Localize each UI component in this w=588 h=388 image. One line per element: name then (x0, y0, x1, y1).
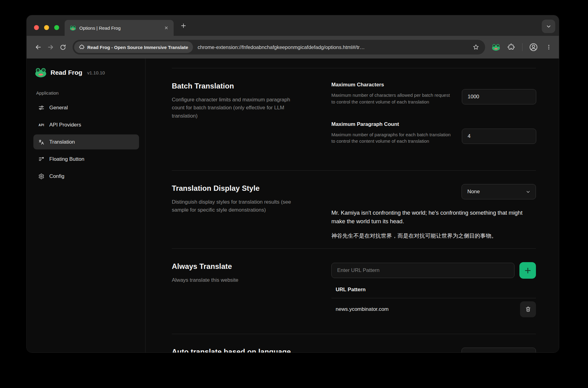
sidebar-item-api-providers[interactable]: API API Providers (33, 117, 139, 132)
profile-avatar-icon[interactable] (528, 42, 539, 52)
field-maximum-paragraph-count: Maximum Paragraph Count Maximum number o… (331, 121, 536, 145)
extension-puzzle-icon (79, 44, 85, 50)
sidebar-nav: General API API Providers Translation (33, 100, 139, 184)
display-style-select[interactable]: None (462, 184, 536, 199)
read-frog-extension-icon[interactable]: A 中 (491, 42, 501, 52)
section-translation-display-style: Translation Display Style Distinguish di… (172, 170, 536, 248)
section-title: Always Translate (172, 262, 303, 271)
section-description: Configure character limits and maximum p… (172, 96, 303, 120)
forward-button[interactable] (44, 41, 57, 53)
trash-icon (525, 306, 531, 312)
section-title: Auto translate based on language (172, 348, 303, 353)
sidebar-item-general[interactable]: General (33, 100, 139, 115)
sidebar-item-label: Floating Button (49, 156, 84, 162)
sidebar-item-label: Translation (49, 139, 75, 145)
browser-toolbar: Read Frog - Open Source Immersive Transl… (27, 36, 559, 58)
floating-button-icon (38, 156, 45, 163)
language-select-placeholder: Select language (467, 352, 505, 353)
field-label: Maximum Characters (331, 82, 454, 88)
bookmark-star-icon[interactable] (471, 43, 481, 52)
url-text[interactable]: chrome-extension://fnfedoabnchafgkeeponm… (198, 44, 471, 50)
site-info-chip[interactable]: Read Frog - Open Source Immersive Transl… (74, 41, 193, 53)
sliders-icon (38, 104, 45, 111)
api-icon: API (38, 122, 45, 128)
sample-translated-text: 神谷先生不是在对抗世界，而是在对抗可能让世界为之侧目的事物。 (331, 232, 536, 240)
address-bar[interactable]: Read Frog - Open Source Immersive Transl… (73, 40, 485, 55)
settings-main: Batch Translation Configure character li… (145, 58, 559, 353)
browser-window: A 中 Options | Read Frog (26, 15, 559, 353)
browser-menu-kebab-icon[interactable] (544, 42, 554, 52)
sidebar-item-floating-button[interactable]: Floating Button (33, 152, 139, 167)
new-tab-button[interactable] (178, 20, 189, 31)
maximum-paragraph-count-input[interactable] (462, 129, 536, 144)
svg-text:A: A (493, 45, 494, 46)
svg-text:中: 中 (497, 45, 498, 46)
delete-url-pattern-button[interactable] (520, 301, 536, 317)
section-title: Batch Translation (172, 82, 303, 90)
section-always-translate: Always Translate Always translate this w… (172, 248, 536, 334)
zoom-window-button[interactable] (54, 25, 59, 30)
add-url-pattern-button[interactable] (519, 262, 536, 279)
gear-icon (38, 173, 45, 180)
browser-tab[interactable]: A 中 Options | Read Frog (65, 20, 174, 36)
plus-icon (524, 266, 532, 275)
section-batch-translation: Batch Translation Configure character li… (172, 68, 536, 170)
frog-logo-icon: A 中 (35, 68, 47, 77)
minimize-window-button[interactable] (44, 25, 49, 30)
auto-translate-language-select[interactable]: Select language (462, 348, 536, 353)
svg-text:中: 中 (43, 69, 44, 71)
tab-close-icon[interactable] (162, 24, 171, 32)
window-controls (34, 25, 59, 30)
toolbar-right-cluster: A 中 (491, 42, 554, 52)
translate-icon (38, 139, 45, 145)
sidebar-item-label: API Providers (49, 122, 81, 128)
sidebar-item-translation[interactable]: Translation (33, 134, 139, 149)
section-title: Translation Display Style (172, 184, 303, 193)
svg-text:A: A (71, 26, 72, 27)
reload-button[interactable] (57, 41, 69, 53)
display-style-selected-value: None (467, 189, 480, 195)
site-chip-label: Read Frog - Open Source Immersive Transl… (87, 45, 188, 50)
svg-text:A: A (37, 69, 39, 71)
sidebar-item-config[interactable]: Config (33, 169, 139, 184)
sidebar-item-label: General (49, 105, 68, 111)
tab-search-button[interactable] (542, 20, 555, 33)
sidebar-item-label: Config (49, 173, 64, 179)
url-pattern-input[interactable] (331, 263, 514, 278)
section-description: Distinguish display styles for translati… (172, 198, 303, 214)
field-maximum-characters: Maximum Characters Maximum number of cha… (331, 82, 536, 105)
app-name: Read Frog (51, 69, 82, 76)
section-description: Always translate this website (172, 276, 303, 284)
extensions-puzzle-icon[interactable] (506, 42, 516, 52)
options-page: A 中 Read Frog v1.10.10 Application (27, 58, 559, 353)
chevron-down-icon (526, 189, 531, 194)
url-pattern-value: news.ycombinator.com (336, 306, 389, 312)
frog-favicon-icon: A 中 (70, 25, 76, 31)
back-button[interactable] (32, 41, 44, 53)
svg-text:中: 中 (74, 26, 75, 27)
sample-original-text: Mr. Kamiya isn't confronting the world; … (331, 209, 536, 226)
field-description: Maximum number of paragraphs for each ba… (331, 131, 454, 145)
maximum-characters-input[interactable] (462, 89, 536, 104)
app-logo: A 中 Read Frog v1.10.10 (33, 68, 139, 77)
field-label: Maximum Paragraph Count (331, 121, 454, 127)
sidebar: A 中 Read Frog v1.10.10 Application (27, 58, 145, 353)
section-auto-translate: Auto translate based on language Select … (172, 334, 536, 353)
table-row: news.ycombinator.com (331, 298, 536, 317)
field-description: Maximum number of characters allowed per… (331, 92, 454, 105)
sidebar-section-label: Application (36, 90, 139, 96)
tab-strip: A 中 Options | Read Frog (27, 15, 559, 36)
url-pattern-table-header: URL Pattern (331, 279, 536, 298)
tab-title: Options | Read Frog (79, 25, 162, 31)
app-version: v1.10.10 (87, 70, 105, 75)
close-window-button[interactable] (34, 25, 39, 30)
toolbar-divider (522, 43, 522, 51)
chevron-down-icon (526, 353, 531, 353)
